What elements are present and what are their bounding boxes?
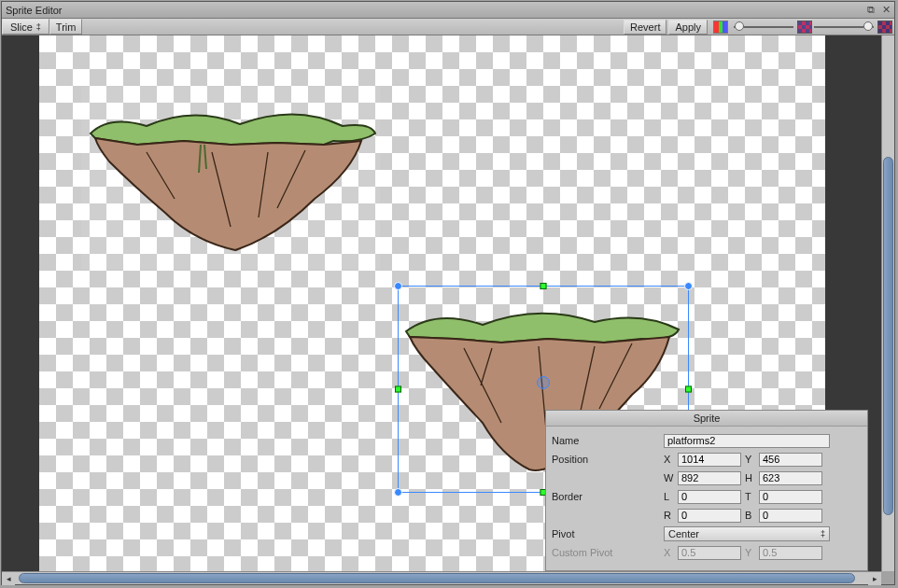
scroll-right-icon[interactable]: ▸ — [868, 572, 881, 585]
pos-y-label: Y — [745, 454, 756, 465]
custom-x-input — [678, 546, 741, 560]
alpha-background-swatch[interactable] — [797, 21, 812, 34]
panel-title: Sprite — [546, 411, 867, 427]
vertical-scrollbar-thumb[interactable] — [883, 157, 893, 515]
custom-x-label: X — [664, 547, 675, 558]
border-b-input[interactable] — [759, 509, 822, 523]
pivot-handle[interactable] — [537, 376, 550, 389]
trim-label: Trim — [56, 21, 77, 33]
apply-button[interactable]: Apply — [668, 20, 708, 35]
border-r-input[interactable] — [678, 509, 741, 523]
custom-y-input — [759, 546, 822, 560]
window-titlebar: Sprite Editor ⧉ ✕ — [2, 2, 894, 19]
trim-button[interactable]: Trim — [49, 19, 83, 35]
pos-x-input[interactable] — [678, 453, 741, 467]
resize-handle-top-right[interactable] — [684, 282, 693, 290]
revert-button[interactable]: Revert — [624, 20, 666, 35]
horizontal-scrollbar[interactable]: ◂ ▸ — [2, 571, 881, 584]
window-close-icon[interactable]: ✕ — [882, 4, 891, 16]
position-label: Position — [552, 454, 664, 465]
pivot-label: Pivot — [552, 528, 664, 539]
scroll-left-icon[interactable]: ◂ — [2, 572, 15, 585]
horizontal-scrollbar-thumb[interactable] — [19, 573, 855, 583]
border-label: Border — [552, 491, 664, 502]
border-handle-right[interactable] — [685, 386, 692, 393]
custom-y-label: Y — [745, 547, 756, 558]
pos-h-label: H — [745, 472, 756, 483]
pos-x-label: X — [664, 454, 675, 465]
zoom-slider[interactable] — [814, 21, 874, 34]
slice-label: Slice — [10, 21, 33, 33]
slice-dropdown[interactable]: Slice ‡ — [2, 19, 49, 35]
revert-label: Revert — [630, 21, 660, 33]
pivot-dropdown[interactable]: Center ‡ — [664, 526, 830, 541]
window-title: Sprite Editor — [6, 5, 867, 16]
sprite-slice-1[interactable] — [81, 87, 380, 269]
rgb-channels-icon[interactable] — [713, 21, 728, 34]
name-label: Name — [552, 435, 664, 446]
zoom-background-swatch[interactable] — [877, 21, 892, 34]
resize-handle-bottom-left[interactable] — [394, 488, 402, 497]
border-l-input[interactable] — [678, 490, 741, 504]
sprite-canvas[interactable]: Sprite Name Position X Y — [2, 35, 881, 571]
name-input[interactable] — [664, 434, 830, 448]
border-t-label: T — [745, 491, 756, 502]
pivot-value: Center — [668, 528, 699, 539]
border-b-label: B — [745, 510, 756, 521]
pos-w-input[interactable] — [678, 471, 741, 485]
resize-handle-top-left[interactable] — [394, 282, 402, 290]
dropdown-arrows-icon: ‡ — [36, 22, 41, 32]
alpha-slider[interactable] — [734, 21, 793, 34]
window-dock-icon[interactable]: ⧉ — [867, 4, 875, 16]
toolbar: Slice ‡ Trim Revert Apply — [2, 19, 894, 35]
canvas-padding-left — [2, 35, 39, 571]
vertical-scrollbar[interactable] — [881, 35, 894, 571]
dropdown-arrows-icon: ‡ — [821, 529, 825, 539]
custom-pivot-label: Custom Pivot — [552, 547, 664, 558]
pos-h-input[interactable] — [759, 471, 822, 485]
pos-w-label: W — [664, 472, 675, 483]
border-l-label: L — [664, 491, 675, 502]
border-handle-left[interactable] — [395, 386, 401, 393]
border-handle-top[interactable] — [540, 283, 547, 289]
border-t-input[interactable] — [759, 490, 822, 504]
sprite-inspector-panel: Sprite Name Position X Y — [545, 410, 868, 571]
content-area: Sprite Name Position X Y — [2, 35, 894, 571]
border-r-label: R — [664, 510, 675, 521]
pos-y-input[interactable] — [759, 453, 822, 467]
apply-label: Apply — [675, 21, 701, 33]
